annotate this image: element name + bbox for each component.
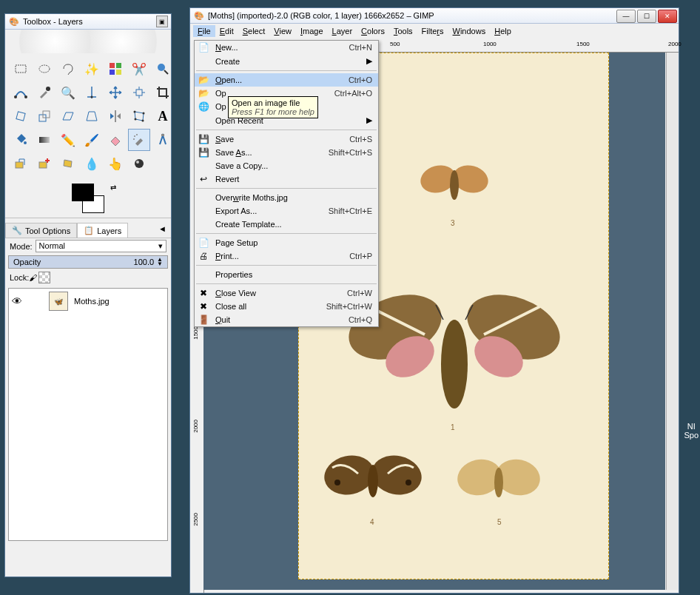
tool-eraser[interactable] — [104, 129, 127, 151]
tool-blur[interactable]: 💧 — [81, 152, 103, 175]
color-swatches[interactable]: ⇄ — [66, 184, 110, 213]
close-all-icon: ✖ — [198, 300, 209, 312]
minimize-button[interactable]: — — [616, 10, 636, 23]
tool-perspective-clone[interactable] — [57, 152, 79, 175]
tool-zoom[interactable]: 🔍 — [57, 81, 79, 104]
menu-item-close-all[interactable]: ✖Close allShift+Ctrl+W — [195, 300, 378, 313]
tool-airbrush[interactable] — [128, 129, 150, 151]
menu-item-save[interactable]: 💾SaveCtrl+S — [195, 132, 378, 146]
fg-color[interactable] — [72, 184, 94, 201]
tab-layers[interactable]: 📋Layers — [77, 223, 128, 238]
tool-ellipse-select[interactable] — [33, 58, 55, 80]
menu-item-properties[interactable]: Properties — [195, 268, 378, 281]
svg-point-19 — [24, 141, 27, 144]
dock-tabbar: 🔧Tool Options 📋Layers ◄ — [5, 220, 171, 238]
tool-lasso[interactable] — [57, 58, 79, 80]
image-title: [Moths] (imported)-2.0 (RGB color, 1 lay… — [208, 11, 676, 20]
menu-tools[interactable]: Tools — [389, 25, 417, 37]
maximize-button[interactable]: ☐ — [637, 10, 656, 23]
menu-item-close-view[interactable]: ✖Close ViewCtrl+W — [195, 286, 378, 300]
svg-rect-4 — [110, 70, 115, 75]
tool-smudge[interactable]: 👆 — [104, 152, 127, 175]
tool-by-color[interactable] — [104, 58, 127, 80]
tool-heal[interactable] — [33, 152, 55, 175]
tool-align[interactable] — [128, 81, 150, 104]
label-5: 5 — [497, 518, 502, 526]
menu-item-page-setup[interactable]: 📄Page Setup — [195, 236, 378, 249]
pin-button[interactable]: ▣ — [156, 16, 168, 27]
menu-edit[interactable]: Edit — [215, 25, 238, 37]
tool-text[interactable]: A — [152, 105, 174, 127]
menu-filters[interactable]: Filters — [417, 25, 448, 37]
svg-rect-0 — [16, 65, 26, 73]
tool-rotate[interactable] — [10, 105, 32, 127]
opacity-spinner[interactable]: ▲▼ — [157, 258, 163, 266]
tool-move[interactable] — [104, 81, 127, 104]
tool-scissors[interactable]: ✂️ — [128, 58, 150, 80]
svg-point-10 — [91, 96, 93, 98]
menu-item-print[interactable]: 🖨Print...Ctrl+P — [195, 249, 378, 263]
tool-clone[interactable] — [10, 152, 32, 175]
opacity-row[interactable]: Opacity 100.0 ▲▼ — [8, 255, 168, 269]
lock-pixels-icon[interactable]: 🖌 — [29, 273, 37, 282]
tool-perspective[interactable] — [81, 105, 103, 127]
menu-item-create-template[interactable]: Create Template... — [195, 218, 378, 231]
layer-name[interactable]: Moths.jpg — [74, 297, 110, 306]
dropdown-arrow-icon: ▾ — [158, 241, 163, 251]
tool-fuzzy-select[interactable]: ✨ — [81, 58, 103, 80]
menu-item-overwrite[interactable]: Overwrite Moths.jpg — [195, 191, 378, 204]
scrollbar-vertical[interactable] — [666, 53, 679, 590]
tab-menu-icon[interactable]: ◄ — [154, 223, 171, 238]
tool-measure[interactable] — [81, 81, 103, 104]
menu-windows[interactable]: Windows — [448, 25, 491, 37]
toolbox-window: 🎨 Toolbox - Layers ▣ ✨ ✂️ 🔍 A ✏️ 🖌️ — [4, 13, 172, 577]
desktop-label: NI Spo — [684, 422, 699, 440]
tool-paintbrush[interactable]: 🖌️ — [81, 129, 103, 151]
layer-row[interactable]: 👁 🦋 Moths.jpg — [9, 289, 167, 314]
gimp-icon: 🎨 — [193, 10, 205, 21]
tool-shear[interactable] — [57, 105, 79, 127]
menu-item-create[interactable]: Create▶ — [195, 54, 378, 68]
tool-scale[interactable] — [33, 105, 55, 127]
layer-thumbnail[interactable]: 🦋 — [49, 292, 68, 311]
menu-item-open[interactable]: 📂Open...Ctrl+O — [195, 73, 378, 87]
svg-rect-2 — [110, 63, 115, 68]
menu-item-export-as[interactable]: Export As...Shift+Ctrl+E — [195, 204, 378, 218]
menu-select[interactable]: Select — [238, 25, 270, 37]
tool-crop[interactable] — [152, 81, 174, 104]
tool-dodge[interactable] — [128, 152, 150, 175]
menu-item-quit[interactable]: 🚪QuitCtrl+Q — [195, 313, 378, 326]
tool-blend[interactable] — [33, 129, 55, 151]
mode-select[interactable]: Normal▾ — [36, 240, 166, 252]
close-button[interactable]: ✕ — [658, 10, 677, 23]
quit-icon: 🚪 — [198, 314, 209, 326]
tool-foreground[interactable] — [152, 58, 174, 80]
menu-item-save-as[interactable]: 💾Save As...Shift+Ctrl+S — [195, 146, 378, 159]
menu-item-save-copy[interactable]: Save a Copy... — [195, 159, 378, 172]
menu-file[interactable]: File — [193, 25, 215, 37]
toolbox-titlebar[interactable]: 🎨 Toolbox - Layers ▣ — [5, 14, 171, 30]
svg-point-15 — [134, 111, 136, 113]
tool-color-picker[interactable] — [33, 81, 55, 104]
menu-colors[interactable]: Colors — [357, 25, 389, 37]
tab-tool-options[interactable]: 🔧Tool Options — [5, 223, 77, 238]
tool-ink[interactable] — [152, 129, 174, 151]
menu-view[interactable]: View — [269, 25, 296, 37]
lock-alpha-icon[interactable] — [38, 272, 50, 283]
menu-help[interactable]: Help — [490, 25, 516, 37]
menu-image[interactable]: Image — [296, 25, 328, 37]
save-icon: 💾 — [198, 133, 209, 145]
tool-paths[interactable] — [10, 81, 32, 104]
tool-bucket[interactable] — [10, 129, 32, 151]
menu-item-new[interactable]: 📄New...Ctrl+N — [195, 41, 378, 54]
tool-rect-select[interactable] — [10, 58, 32, 80]
swap-colors-icon[interactable]: ⇄ — [110, 184, 116, 192]
tool-flip[interactable] — [104, 105, 127, 127]
image-titlebar[interactable]: 🎨 [Moths] (imported)-2.0 (RGB color, 1 l… — [190, 8, 679, 24]
visibility-icon[interactable]: 👁 — [12, 295, 22, 307]
menu-layer[interactable]: Layer — [328, 25, 357, 37]
menu-item-revert[interactable]: ↩Revert — [195, 172, 378, 186]
svg-point-18 — [135, 118, 137, 121]
tool-pencil[interactable]: ✏️ — [57, 129, 79, 151]
tool-cage[interactable] — [128, 105, 150, 127]
